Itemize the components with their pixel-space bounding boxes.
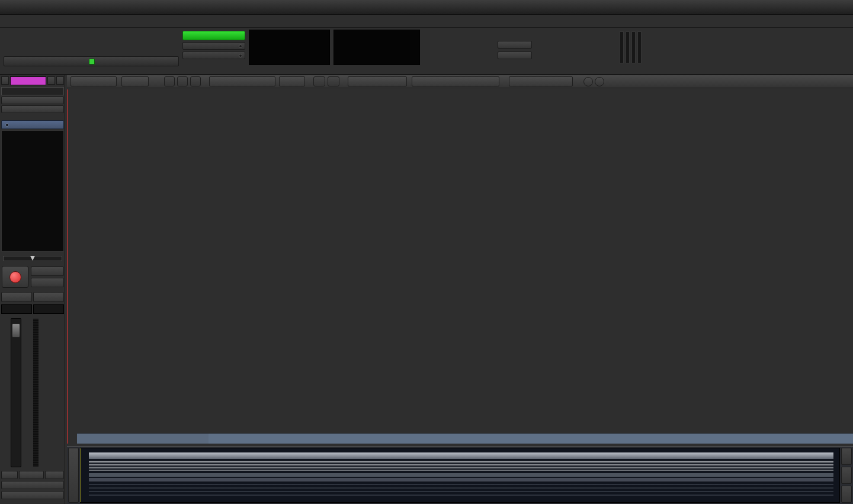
summary-waveform xyxy=(89,484,833,496)
auto-return-toggle[interactable] xyxy=(182,52,245,59)
shuttle-thumb[interactable] xyxy=(89,59,95,65)
output-button[interactable] xyxy=(1,481,64,489)
punch-in-button[interactable] xyxy=(498,41,532,49)
balance-control xyxy=(1,253,64,263)
strip-phase-button[interactable] xyxy=(1,105,64,113)
zoom-in-button[interactable] xyxy=(177,76,188,86)
metering-main-button[interactable] xyxy=(1,471,18,479)
scroll-up-button[interactable] xyxy=(841,448,852,465)
summary-waveform xyxy=(89,470,833,471)
transport-toolbar xyxy=(0,28,853,75)
menubar xyxy=(0,15,853,28)
edit-mode-select[interactable] xyxy=(70,76,117,86)
secondary-clock[interactable] xyxy=(333,30,420,65)
comments-button[interactable] xyxy=(1,491,64,499)
smart-mode-toggle[interactable] xyxy=(121,76,149,86)
shuttle-control[interactable] xyxy=(4,56,179,66)
strip-close-button[interactable] xyxy=(56,76,64,85)
balance-slider[interactable] xyxy=(3,256,62,261)
group-button[interactable] xyxy=(19,471,44,479)
snap-mode-select[interactable] xyxy=(348,76,407,86)
meter-slot xyxy=(637,31,642,63)
edit-point-select[interactable] xyxy=(509,76,573,86)
marker-select[interactable] xyxy=(279,76,305,86)
track-height-button[interactable] xyxy=(313,76,325,86)
zoom-fit-button[interactable] xyxy=(190,76,201,86)
titlebar xyxy=(0,0,853,15)
tempo-readout xyxy=(338,56,339,62)
strip-fader-combo[interactable] xyxy=(1,120,64,129)
zoom-focus-select[interactable] xyxy=(209,76,275,86)
editor-mixer-strip xyxy=(0,75,65,504)
summary-waveform xyxy=(89,461,833,463)
strip-track-name[interactable] xyxy=(1,87,64,95)
partial-track-header xyxy=(77,433,209,444)
scroll-right-button[interactable] xyxy=(841,467,852,484)
strip-mute-button[interactable] xyxy=(1,292,32,302)
strip-menu-button[interactable] xyxy=(1,76,9,85)
gain-fader[interactable] xyxy=(11,318,21,467)
range-panel xyxy=(422,30,578,66)
partial-track-row xyxy=(209,433,853,444)
strip-solo-button[interactable] xyxy=(33,292,64,302)
disk-monitor-button[interactable] xyxy=(31,278,64,287)
led-icon xyxy=(239,44,242,48)
scroll-left-button[interactable] xyxy=(68,448,79,503)
transport-meters xyxy=(620,31,642,63)
track-color-swatch[interactable] xyxy=(10,76,46,85)
layer-display-button[interactable] xyxy=(328,76,339,86)
playhead-line[interactable] xyxy=(67,89,68,444)
strip-shrink-button[interactable] xyxy=(47,76,55,85)
fader-thumb[interactable] xyxy=(12,323,20,338)
summary-marker-line xyxy=(81,448,81,502)
strip-record-button[interactable] xyxy=(2,266,28,288)
sync-cluster xyxy=(182,31,245,59)
editor-canvas xyxy=(67,88,853,446)
zoom-out-button[interactable] xyxy=(164,76,175,86)
jack-sync-button[interactable] xyxy=(182,31,245,40)
summary-canvas[interactable] xyxy=(80,448,840,503)
input-monitor-button[interactable] xyxy=(31,267,64,276)
dot-icon xyxy=(5,123,9,127)
primary-clock[interactable] xyxy=(249,30,330,65)
level-meter xyxy=(33,318,39,467)
balance-thumb[interactable] xyxy=(30,256,35,261)
scroll-down-button[interactable] xyxy=(841,486,852,503)
editor-toolbar xyxy=(67,75,853,88)
summary-waveform xyxy=(89,467,833,468)
summary-waveform xyxy=(89,464,833,466)
meter-slot xyxy=(631,31,636,63)
record-dot-icon xyxy=(9,271,21,283)
processor-box[interactable] xyxy=(1,130,64,252)
grid-unit-select[interactable] xyxy=(412,76,499,86)
summary-waveform xyxy=(89,452,833,459)
peak-display[interactable] xyxy=(33,304,64,314)
nudge-back-button[interactable] xyxy=(583,77,593,86)
follow-edits-toggle[interactable] xyxy=(182,42,245,50)
meter-slot xyxy=(626,31,630,63)
track-lanes xyxy=(67,88,853,446)
summary-overview xyxy=(67,446,853,504)
punch-out-button[interactable] xyxy=(498,52,532,59)
meter-slot xyxy=(620,31,624,63)
gain-display[interactable] xyxy=(1,304,32,314)
strip-minus-button[interactable] xyxy=(1,97,64,104)
meter-scale xyxy=(41,319,63,463)
summary-waveform xyxy=(89,478,833,481)
summary-waveform xyxy=(89,473,833,477)
led-icon xyxy=(239,54,242,57)
nudge-forward-button[interactable] xyxy=(595,77,604,86)
metering-point-button[interactable] xyxy=(45,471,64,479)
